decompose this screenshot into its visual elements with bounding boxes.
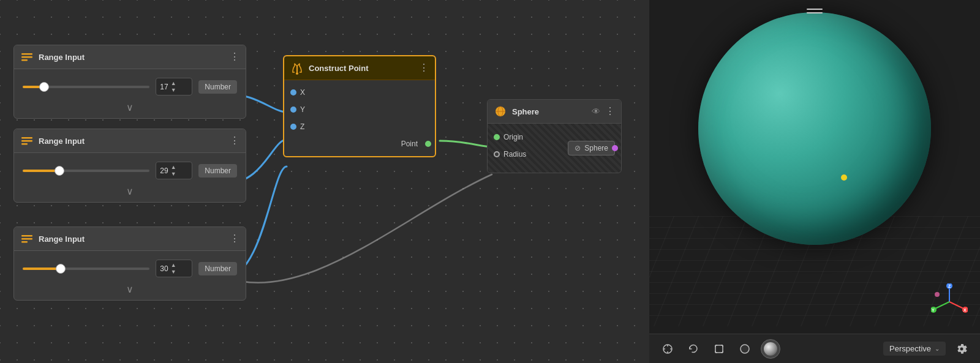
viewport: Z X Y <box>649 0 980 363</box>
range-input-1-number[interactable]: 17 ▲ ▼ <box>156 78 192 95</box>
construct-point-x-label: X <box>300 88 305 97</box>
viewport-settings-btn[interactable] <box>952 339 971 359</box>
range-input-3-icon <box>20 232 34 245</box>
range-input-2-icon <box>20 134 34 148</box>
construct-point-header[interactable]: Construct Point ⋮ <box>284 56 435 80</box>
svg-rect-0 <box>21 53 32 55</box>
svg-point-23 <box>935 292 940 297</box>
sphere-output-icon: ⊘ <box>575 144 581 152</box>
viewport-hamburger[interactable] <box>807 9 823 13</box>
viewport-circle-btn[interactable] <box>735 339 755 359</box>
construct-point-z-socket <box>290 124 296 130</box>
svg-point-9 <box>296 72 298 75</box>
range-input-2-track[interactable] <box>23 170 149 172</box>
construct-point-y-label: Y <box>300 105 305 114</box>
sphere-radius-label: Radius <box>503 150 526 159</box>
range-input-2-expand[interactable]: ∨ <box>14 184 246 198</box>
sphere-node: Sphere 👁 ⋮ Origin Radius ⊘ Sphere <box>487 99 622 173</box>
range-input-3-spinners[interactable]: ▲ ▼ <box>171 262 176 275</box>
svg-line-17 <box>949 302 965 309</box>
range-input-2-control: 29 ▲ ▼ Number <box>14 157 246 184</box>
range-input-1-menu[interactable]: ⋮ <box>230 52 239 62</box>
construct-point-output-socket <box>425 141 431 147</box>
range-input-1-title: Range Input <box>39 53 225 62</box>
range-input-node-1: Range Input ⋮ 17 ▲ ▼ Number ∨ <box>13 45 246 119</box>
range-input-1-header[interactable]: Range Input ⋮ <box>14 45 246 69</box>
svg-line-20 <box>934 302 949 309</box>
sphere-header[interactable]: Sphere 👁 ⋮ <box>488 100 621 124</box>
viewport-refresh-btn[interactable] <box>684 339 703 359</box>
range-input-2-label: Number <box>198 164 237 178</box>
range-input-1-track[interactable] <box>23 86 149 88</box>
svg-rect-6 <box>21 235 32 237</box>
construct-point-output-row: Point <box>284 135 435 152</box>
svg-rect-2 <box>21 59 28 61</box>
chevron-down-icon: ⌄ <box>935 345 940 352</box>
range-input-3-menu[interactable]: ⋮ <box>230 234 239 244</box>
svg-text:X: X <box>963 308 967 312</box>
construct-point-menu[interactable]: ⋮ <box>419 63 429 73</box>
svg-rect-3 <box>21 137 32 139</box>
svg-rect-1 <box>21 56 32 58</box>
sphere-eye-icon[interactable]: 👁 <box>592 107 600 116</box>
range-input-1-expand[interactable]: ∨ <box>14 100 246 114</box>
svg-rect-7 <box>21 238 32 240</box>
construct-point-title: Construct Point <box>309 64 414 73</box>
sphere-icon <box>494 105 507 118</box>
sphere-output-label: Sphere <box>584 144 608 152</box>
svg-rect-29 <box>715 345 723 353</box>
node-editor: Range Input ⋮ 17 ▲ ▼ Number ∨ <box>0 0 649 363</box>
range-input-2-fill <box>23 170 59 172</box>
range-input-2-title: Range Input <box>39 137 225 146</box>
range-input-3-header[interactable]: Range Input ⋮ <box>14 227 246 251</box>
range-input-3-control: 30 ▲ ▼ Number <box>14 255 246 282</box>
range-input-1-icon <box>20 50 34 64</box>
range-input-2-spinners[interactable]: ▲ ▼ <box>171 164 176 177</box>
range-input-2-number[interactable]: 29 ▲ ▼ <box>156 162 192 179</box>
range-input-1-thumb[interactable] <box>39 82 49 92</box>
construct-point-y-socket <box>290 107 296 113</box>
construct-point-node: Construct Point ⋮ X Y Z Point <box>283 55 436 157</box>
viewport-toolbar: Perspective ⌄ <box>649 334 980 363</box>
range-input-2-menu[interactable]: ⋮ <box>230 136 239 146</box>
range-input-3-label: Number <box>198 262 237 275</box>
3d-sphere <box>698 12 931 245</box>
range-input-node-2: Range Input ⋮ 29 ▲ ▼ Number ∨ <box>13 129 246 203</box>
viewport-perspective-dropdown[interactable]: Perspective ⌄ <box>883 342 946 356</box>
range-input-2-header[interactable]: Range Input ⋮ <box>14 129 246 153</box>
range-input-1-label: Number <box>198 80 237 94</box>
svg-text:Z: Z <box>948 284 951 288</box>
range-input-node-3: Range Input ⋮ 30 ▲ ▼ Number ∨ <box>13 226 246 301</box>
sphere-output-socket <box>612 145 618 151</box>
sphere-origin-socket <box>494 134 500 140</box>
sphere-menu[interactable]: ⋮ <box>605 107 615 116</box>
construct-point-x-row: X <box>284 84 435 101</box>
construct-point-icon <box>290 61 304 75</box>
range-input-1-control: 17 ▲ ▼ Number <box>14 73 246 100</box>
construct-point-z-row: Z <box>284 118 435 135</box>
sphere-title: Sphere <box>512 107 587 116</box>
range-input-3-track[interactable] <box>23 268 149 270</box>
svg-rect-4 <box>21 140 32 142</box>
range-input-1-spinners[interactable]: ▲ ▼ <box>171 80 176 93</box>
svg-rect-5 <box>21 143 28 145</box>
range-input-3-title: Range Input <box>39 234 225 244</box>
svg-rect-8 <box>21 241 28 243</box>
range-input-3-fill <box>23 268 61 270</box>
sphere-radius-socket <box>494 151 500 157</box>
range-input-3-thumb[interactable] <box>56 264 66 274</box>
range-input-2-thumb[interactable] <box>55 166 64 176</box>
axis-gizmo: Z X Y <box>931 283 968 320</box>
sphere-output-area: Origin Radius ⊘ Sphere <box>488 124 621 173</box>
construct-point-body: X Y Z Point <box>284 80 435 156</box>
range-input-3-number[interactable]: 30 ▲ ▼ <box>156 260 192 277</box>
sphere-center-dot <box>841 174 847 181</box>
svg-point-38 <box>741 345 749 353</box>
viewport-shading-btn[interactable] <box>761 339 780 359</box>
construct-point-output-label: Point <box>401 140 418 148</box>
viewport-cursor-btn[interactable] <box>658 339 677 359</box>
viewport-frame-btn[interactable] <box>709 339 729 359</box>
sphere-output-button[interactable]: ⊘ Sphere <box>568 141 615 155</box>
range-input-3-expand[interactable]: ∨ <box>14 282 246 296</box>
svg-text:Y: Y <box>932 308 935 312</box>
